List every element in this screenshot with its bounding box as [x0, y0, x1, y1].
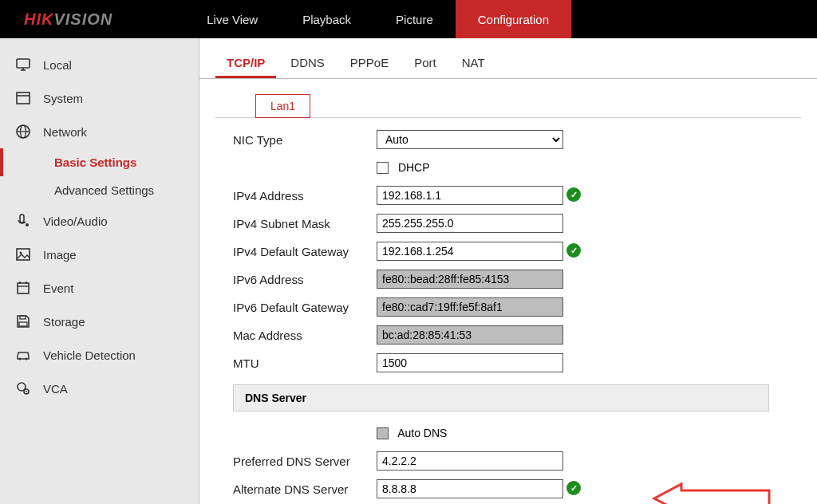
label-ipv4-address: IPv4 Address: [233, 189, 377, 203]
sidebar-item-vca[interactable]: VCA: [0, 372, 199, 405]
svg-point-19: [26, 358, 28, 360]
window-icon: [14, 89, 32, 107]
brand-logo: HIKVISION: [0, 10, 136, 29]
nic-type-select[interactable]: Auto: [377, 130, 563, 149]
sidebar-label: Vehicle Detection: [43, 348, 136, 362]
globe-icon: [14, 123, 32, 140]
dns-form: Auto DNS Preferred DNS Server Alternate …: [199, 423, 817, 499]
tab-port[interactable]: Port: [403, 49, 448, 78]
svg-point-9: [26, 223, 29, 226]
check-icon: [566, 187, 581, 202]
sidebar-label: Local: [43, 58, 72, 72]
label-ipv4-mask: IPv4 Subnet Mask: [233, 217, 377, 230]
top-nav: Live View Playback Picture Configuration: [184, 0, 571, 38]
svg-point-22: [26, 391, 27, 392]
sidebar-item-storage[interactable]: Storage: [0, 305, 199, 338]
check-icon: [566, 481, 581, 495]
sidebar-item-image[interactable]: Image: [0, 238, 199, 271]
label-ipv4-gateway: IPv4 Default Gateway: [233, 245, 377, 258]
sidebar-item-video-audio[interactable]: Video/Audio: [0, 204, 199, 238]
label-alternate-dns: Alternate DNS Server: [233, 482, 377, 496]
svg-rect-16: [20, 316, 26, 319]
sidebar-sub-advanced-settings[interactable]: Advanced Settings: [0, 176, 199, 204]
label-auto-dns: Auto DNS: [397, 427, 447, 439]
svg-point-11: [20, 252, 22, 254]
svg-rect-12: [18, 283, 29, 293]
tab-nat[interactable]: NAT: [451, 49, 496, 78]
calendar-icon: [14, 279, 32, 297]
car-icon: [14, 346, 32, 364]
check-icon: [566, 243, 581, 258]
mic-icon: [14, 212, 32, 230]
sidebar-label: Image: [43, 248, 77, 262]
label-preferred-dns: Preferred DNS Server: [233, 455, 377, 468]
sidebar-sub-basic-settings[interactable]: Basic Settings: [0, 148, 199, 176]
content-area: TCP/IP DDNS PPPoE Port NAT Lan1 NIC Type…: [199, 38, 817, 504]
label-ipv6-gateway: IPv6 Default Gateway: [233, 301, 377, 314]
ipv6-gateway-input[interactable]: [377, 297, 563, 317]
lan-tabs: Lan1: [215, 79, 801, 118]
nav-configuration[interactable]: Configuration: [456, 0, 571, 38]
ipv6-address-input[interactable]: [377, 270, 563, 289]
ipv4-mask-input[interactable]: [377, 214, 563, 233]
nav-live-view[interactable]: Live View: [184, 0, 280, 38]
svg-point-18: [19, 358, 22, 360]
mtu-input[interactable]: [377, 353, 563, 372]
svg-rect-3: [17, 93, 30, 104]
subtab-bar: TCP/IP DDNS PPPoE Port NAT: [199, 38, 817, 79]
nav-playback[interactable]: Playback: [280, 0, 373, 38]
preferred-dns-input[interactable]: [377, 451, 563, 471]
sidebar-label: Network: [43, 125, 87, 139]
sidebar-item-network[interactable]: Network: [0, 115, 199, 148]
label-mtu: MTU: [233, 356, 377, 370]
vca-icon: [14, 380, 32, 397]
sidebar-label: Video/Audio: [43, 215, 108, 228]
monitor-icon: [14, 56, 32, 73]
ipv4-gateway-input[interactable]: [377, 242, 563, 261]
tab-tcpip[interactable]: TCP/IP: [215, 49, 276, 78]
topbar: HIKVISION Live View Playback Picture Con…: [0, 0, 817, 38]
lan1-tab[interactable]: Lan1: [255, 94, 310, 118]
auto-dns-checkbox[interactable]: [377, 427, 389, 439]
sidebar-item-vehicle[interactable]: Vehicle Detection: [0, 338, 199, 372]
label-mac: Mac Address: [233, 329, 377, 342]
svg-rect-8: [20, 215, 24, 222]
label-dhcp: DHCP: [398, 161, 430, 174]
sidebar-label: VCA: [43, 382, 68, 396]
svg-rect-17: [19, 322, 27, 326]
sidebar-label: Event: [43, 282, 73, 295]
tcpip-form: NIC Type Auto DHCP IPv4 Address: [199, 118, 817, 373]
label-nic-type: NIC Type: [233, 133, 377, 147]
sidebar-item-local[interactable]: Local: [0, 48, 199, 81]
ipv4-address-input[interactable]: [377, 186, 563, 205]
brand-red: HIK: [24, 10, 53, 28]
sidebar-label: System: [43, 92, 83, 105]
dns-section-header: DNS Server: [233, 384, 769, 411]
alternate-dns-input[interactable]: [377, 479, 563, 498]
tab-ddns[interactable]: DDNS: [279, 49, 336, 78]
sidebar: Local System Network Basic Settings Adva…: [0, 38, 199, 504]
sidebar-label: Storage: [43, 315, 85, 329]
sidebar-item-system[interactable]: System: [0, 81, 199, 115]
svg-rect-0: [17, 59, 30, 68]
brand-gray: VISION: [53, 10, 112, 28]
save-icon: [14, 313, 32, 330]
sidebar-item-event[interactable]: Event: [0, 271, 199, 305]
dhcp-checkbox[interactable]: [377, 162, 389, 174]
mac-input[interactable]: [377, 325, 563, 345]
tab-pppoe[interactable]: PPPoE: [339, 49, 400, 78]
nav-picture[interactable]: Picture: [373, 0, 456, 38]
image-icon: [14, 246, 32, 263]
svg-rect-10: [17, 249, 30, 260]
label-ipv6-address: IPv6 Address: [233, 273, 377, 286]
